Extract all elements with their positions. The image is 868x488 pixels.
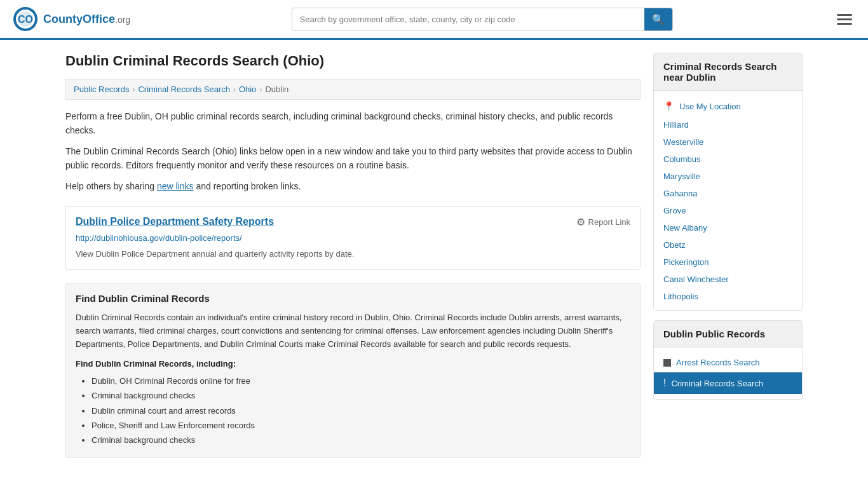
sidebar-nearby-body: 📍 Use My Location Hilliard Westerville C…	[654, 91, 802, 310]
site-header: CO CountyOffice.org 🔍	[0, 0, 868, 40]
nearby-link-lithopolis[interactable]: Lithopolis	[654, 288, 802, 305]
breadcrumb-sep-2: ›	[233, 85, 236, 94]
nearby-link-canal-winchester[interactable]: Canal Winchester	[654, 271, 802, 288]
criminal-records-active-link[interactable]: ! Criminal Records Search	[654, 372, 802, 394]
find-description: Dublin Criminal Records contain an indiv…	[76, 311, 630, 351]
sidebar-nearby-header: Criminal Records Search near Dublin	[654, 53, 802, 91]
find-title: Find Dublin Criminal Records	[76, 293, 630, 304]
breadcrumb-public-records[interactable]: Public Records	[74, 85, 129, 94]
logo[interactable]: CO CountyOffice.org	[13, 6, 130, 32]
breadcrumb-criminal-records[interactable]: Criminal Records Search	[138, 85, 230, 94]
search-area: 🔍	[292, 8, 673, 31]
breadcrumb-ohio[interactable]: Ohio	[239, 85, 256, 94]
menu-button[interactable]	[834, 11, 855, 28]
nearby-link-hilliard[interactable]: Hilliard	[654, 116, 802, 133]
nearby-link-pickerington[interactable]: Pickerington	[654, 254, 802, 271]
menu-line-1	[837, 14, 852, 16]
nearby-link-new-albany[interactable]: New Albany	[654, 219, 802, 236]
nearby-link-marysville[interactable]: Marysville	[654, 168, 802, 185]
intro-paragraph-3: Help others by sharing new links and rep…	[65, 179, 641, 193]
breadcrumb-sep-1: ›	[132, 85, 135, 94]
nearby-link-columbus[interactable]: Columbus	[654, 151, 802, 168]
sidebar-nearby-section: Criminal Records Search near Dublin 📍 Us…	[653, 53, 803, 311]
use-my-location-button[interactable]: 📍 Use My Location	[654, 96, 802, 116]
search-button[interactable]: 🔍	[644, 8, 672, 30]
nearby-link-gahanna[interactable]: Gahanna	[654, 185, 802, 202]
find-subtitle: Find Dublin Criminal Records, including:	[76, 359, 630, 369]
resource-url[interactable]: http://dublinohiousa.gov/dublin-police/r…	[76, 233, 630, 243]
list-item: Dublin, OH Criminal Records online for f…	[92, 374, 630, 388]
sidebar-public-records-body: Arrest Records Search ! Criminal Records…	[654, 348, 802, 399]
record-dot-icon	[663, 359, 671, 367]
sidebar-public-records-header: Dublin Public Records	[654, 321, 802, 348]
new-links-link[interactable]: new links	[157, 181, 194, 191]
nearby-link-westerville[interactable]: Westerville	[654, 133, 802, 151]
page-title: Dublin Criminal Records Search (Ohio)	[65, 53, 641, 69]
search-box: 🔍	[292, 8, 673, 31]
resource-description: View Dublin Police Department annual and…	[76, 248, 630, 261]
logo-icon: CO	[13, 6, 38, 32]
breadcrumb-dublin: Dublin	[265, 85, 288, 94]
list-item: Police, Sheriff and Law Enforcement reco…	[92, 418, 630, 433]
menu-line-2	[837, 18, 852, 20]
logo-text: CountyOffice.org	[43, 13, 130, 26]
sidebar-public-records-section: Dublin Public Records Arrest Records Sea…	[653, 320, 803, 400]
intro-paragraph-2: The Dublin Criminal Records Search (Ohio…	[65, 144, 641, 173]
arrest-records-link[interactable]: Arrest Records Search	[654, 353, 802, 372]
breadcrumb: Public Records › Criminal Records Search…	[65, 79, 641, 100]
report-icon: ⚙	[576, 216, 585, 228]
nearby-link-obetz[interactable]: Obetz	[654, 236, 802, 254]
intro-paragraph-1: Perform a free Dublin, OH public crimina…	[65, 109, 641, 138]
list-item: Dublin criminal court and arrest records	[92, 403, 630, 418]
main-container: Dublin Criminal Records Search (Ohio) Pu…	[53, 40, 815, 480]
find-list: Dublin, OH Criminal Records online for f…	[76, 374, 630, 448]
arrest-records-label: Arrest Records Search	[676, 358, 760, 367]
report-link-label: Report Link	[588, 217, 630, 227]
resource-title-link[interactable]: Dublin Police Department Safety Reports	[76, 216, 274, 227]
breadcrumb-sep-3: ›	[259, 85, 262, 94]
active-marker-icon: !	[663, 377, 666, 389]
location-pin-icon: 📍	[663, 101, 674, 111]
use-my-location-label: Use My Location	[679, 102, 741, 111]
list-item: Criminal background checks	[92, 433, 630, 447]
sidebar: Criminal Records Search near Dublin 📍 Us…	[653, 53, 803, 468]
report-link-button[interactable]: ⚙ Report Link	[576, 216, 630, 228]
menu-line-3	[837, 23, 852, 25]
find-section: Find Dublin Criminal Records Dublin Crim…	[65, 283, 641, 458]
content-area: Dublin Criminal Records Search (Ohio) Pu…	[65, 53, 641, 468]
list-item: Criminal background checks	[92, 388, 630, 403]
search-input[interactable]	[292, 10, 644, 29]
nearby-link-grove[interactable]: Grove	[654, 202, 802, 219]
svg-text:CO: CO	[18, 14, 33, 25]
resource-card-header: Dublin Police Department Safety Reports …	[76, 216, 630, 228]
criminal-records-label: Criminal Records Search	[671, 379, 763, 388]
resource-card: Dublin Police Department Safety Reports …	[65, 206, 641, 271]
